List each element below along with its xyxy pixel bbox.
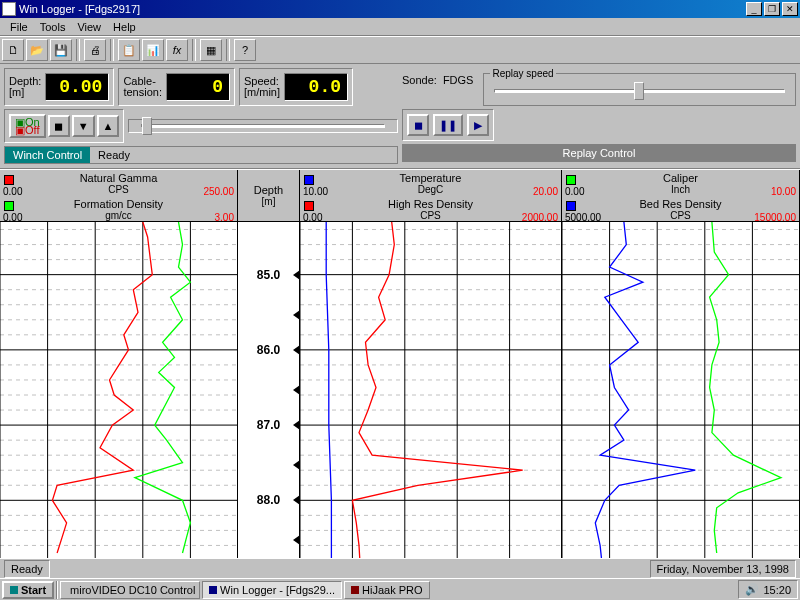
windows-logo-icon: [10, 586, 18, 594]
tool-fx[interactable]: fx: [166, 39, 188, 61]
menu-bar: File Tools View Help: [0, 18, 800, 36]
down-button[interactable]: ▼: [72, 115, 95, 137]
menu-help[interactable]: Help: [107, 21, 142, 33]
tool-copy[interactable]: 📋: [118, 39, 140, 61]
system-tray[interactable]: 🔊 15:20: [738, 580, 798, 599]
tool-open[interactable]: 📂: [26, 39, 48, 61]
status-ready: Ready: [4, 560, 50, 578]
tool-save[interactable]: 💾: [50, 39, 72, 61]
tool-table[interactable]: ▦: [200, 39, 222, 61]
control-panel-row: Depth:[m] 0.00 Cable-tension: 0 Speed:[m…: [0, 64, 800, 169]
menu-file[interactable]: File: [4, 21, 34, 33]
tray-volume-icon[interactable]: 🔊: [745, 583, 759, 596]
start-label: Start: [21, 584, 46, 596]
start-button[interactable]: Start: [2, 581, 54, 599]
replay-section-header: Replay Control: [402, 144, 796, 162]
task-hijaak[interactable]: HiJaak PRO: [344, 581, 430, 599]
up-button[interactable]: ▲: [97, 115, 120, 137]
winch-ready: Ready: [90, 147, 397, 163]
tension-readout: Cable-tension: 0: [118, 68, 235, 106]
winch-section-header: Winch Control Ready: [4, 146, 398, 164]
track-3: Caliper Inch 0.0010.00 Bed Res Density C…: [562, 170, 800, 567]
tension-value: 0: [166, 73, 230, 101]
menu-tools[interactable]: Tools: [34, 21, 72, 33]
speed-unit: [m/min]: [244, 86, 280, 98]
winch-slider[interactable]: [141, 124, 385, 128]
onoff-button[interactable]: ▣On▣Off: [9, 114, 46, 138]
sonde-display: Sonde: FDGS: [402, 68, 473, 86]
maximize-button[interactable]: ❐: [764, 2, 780, 16]
toolbar: 🗋 📂 💾 🖨 📋 📊 fx ▦ ?: [0, 36, 800, 64]
tool-print[interactable]: 🖨: [84, 39, 106, 61]
depth-unit: [m]: [9, 86, 24, 98]
menu-view[interactable]: View: [71, 21, 107, 33]
close-button[interactable]: ✕: [782, 2, 798, 16]
sonde-label: Sonde:: [402, 74, 437, 86]
depth-readout: Depth:[m] 0.00: [4, 68, 114, 106]
task-mirovideo[interactable]: miroVIDEO DC10 Control: [60, 581, 200, 599]
depth-value: 0.00: [45, 73, 109, 101]
app-icon: [2, 2, 16, 16]
window-title: Win Logger - [Fdgs2917]: [19, 3, 140, 15]
depth-column: Depth[m] 85.0 86.0 87.0 88.0: [238, 170, 300, 567]
tool-help[interactable]: ?: [234, 39, 256, 61]
sonde-value: FDGS: [443, 74, 474, 86]
replay-speed-legend: Replay speed: [490, 68, 555, 79]
title-bar: Win Logger - [Fdgs2917] _ ❐ ✕: [0, 0, 800, 18]
track-2: Temperature DegC 10.0020.00 High Res Den…: [300, 170, 562, 567]
replay-speed-slider[interactable]: [494, 89, 785, 93]
tension-label2: tension:: [123, 86, 162, 98]
log-display: Natural Gamma CPS 0.00250.00 Formation D…: [0, 169, 800, 567]
status-bar: Ready Friday, November 13, 1998: [0, 558, 800, 578]
minimize-button[interactable]: _: [746, 2, 762, 16]
track-1: Natural Gamma CPS 0.00250.00 Formation D…: [0, 170, 238, 567]
speed-readout: Speed:[m/min] 0.0: [239, 68, 353, 106]
replay-control-tab: Replay Control: [403, 145, 795, 161]
tool-chart[interactable]: 📊: [142, 39, 164, 61]
winch-control-tab[interactable]: Winch Control: [5, 147, 90, 163]
tool-new[interactable]: 🗋: [2, 39, 24, 61]
replay-pause-button[interactable]: ❚❚: [433, 114, 463, 136]
task-winlogger[interactable]: Win Logger - [Fdgs29...: [202, 581, 342, 599]
stop-button[interactable]: ◼: [48, 115, 70, 137]
status-date: Friday, November 13, 1998: [650, 560, 796, 578]
replay-play-button[interactable]: ▶: [467, 114, 489, 136]
tray-clock: 15:20: [763, 584, 791, 596]
replay-speed-group: Replay speed: [483, 68, 796, 106]
speed-value: 0.0: [284, 73, 348, 101]
taskbar: Start miroVIDEO DC10 Control Win Logger …: [0, 578, 800, 600]
replay-stop-button[interactable]: ◼: [407, 114, 429, 136]
